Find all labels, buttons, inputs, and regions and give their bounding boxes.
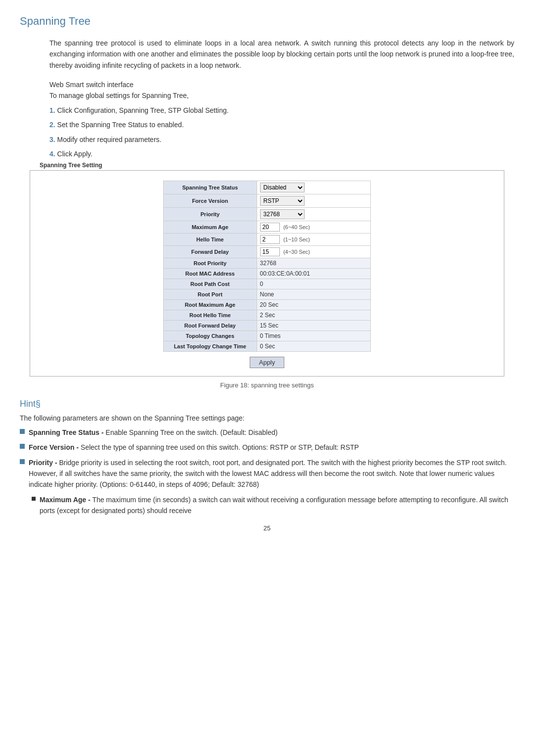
intro-paragraph: The spanning tree protocol is used to el… — [49, 38, 514, 71]
hint-text-1: Spanning Tree Status - Enable Spanning T… — [29, 427, 277, 438]
table-row: Root Hello Time 2 Sec — [164, 310, 371, 320]
table-row: Root Maximum Age 20 Sec — [164, 299, 371, 310]
field-label-root-path-cost: Root Path Cost — [164, 279, 257, 289]
force-version-select[interactable]: RSTP STP — [260, 196, 305, 206]
max-age-input[interactable] — [260, 223, 280, 232]
hint-bullet-2 — [20, 444, 25, 449]
field-label-forward-delay: Forward Delay — [164, 245, 257, 258]
spanning-tree-setting-box: Spanning Tree Setting Spanning Tree Stat… — [30, 170, 504, 377]
priority-select[interactable]: 32768 4096 8192 — [260, 209, 305, 219]
forward-delay-range-hint: (4~30 Sec) — [283, 249, 310, 255]
hint-text-2: Force Version - Select the type of spann… — [29, 442, 359, 453]
field-label-root-forward-delay: Root Forward Delay — [164, 320, 257, 331]
hint-detail-2: Select the type of spanning tree used on… — [79, 443, 359, 451]
hint-item-1: Spanning Tree Status - Enable Spanning T… — [20, 427, 514, 438]
field-label-root-max-age: Root Maximum Age — [164, 299, 257, 310]
hint-text-3: Priority - Bridge priority is used in se… — [29, 457, 514, 490]
field-value-root-forward-delay: 15 Sec — [257, 320, 370, 331]
field-label-force-version: Force Version — [164, 194, 257, 207]
hint-bullet-1 — [20, 429, 25, 434]
hint-bold-3: Priority - — [29, 459, 57, 467]
field-label-max-age: Maximum Age — [164, 221, 257, 233]
step-1: 1. Click Configuration, Spanning Tree, S… — [49, 104, 514, 117]
page-number: 25 — [20, 524, 514, 532]
table-row: Root MAC Address 00:03:CE:0A:00:01 — [164, 268, 371, 279]
field-value-root-hello-time: 2 Sec — [257, 310, 370, 320]
apply-button[interactable]: Apply — [250, 357, 285, 368]
hint-bullet-sm — [32, 497, 36, 501]
spanning-tree-status-select[interactable]: Disabled Enabled — [260, 183, 305, 192]
hint-bullet-3 — [20, 459, 25, 464]
field-value-root-mac: 00:03:CE:0A:00:01 — [257, 268, 370, 279]
stp-settings-table: Spanning Tree Status Disabled Enabled Fo… — [163, 181, 371, 352]
hint-title: Hint§ — [20, 399, 514, 409]
step-1-num: 1. — [49, 106, 55, 114]
web-smart-label: Web Smart switch interface — [49, 81, 514, 89]
table-row: Root Port None — [164, 289, 371, 299]
hint-sub-detail: The maximum time (in seconds) a switch c… — [40, 496, 508, 515]
step-4-text: Click Apply. — [57, 150, 92, 158]
field-label-root-mac: Root MAC Address — [164, 268, 257, 279]
step-2-num: 2. — [49, 121, 55, 129]
step-3: 3. Modify other required parameters. — [49, 134, 514, 146]
field-value-spanning-tree-status[interactable]: Disabled Enabled — [257, 181, 370, 194]
table-row: Priority 32768 4096 8192 — [164, 207, 371, 221]
step-4-num: 4. — [49, 150, 55, 158]
table-row: Forward Delay (4~30 Sec) — [164, 245, 371, 258]
field-value-root-path-cost: 0 — [257, 279, 370, 289]
manage-label: To manage global settings for Spanning T… — [49, 92, 514, 99]
field-label-spanning-tree-status: Spanning Tree Status — [164, 181, 257, 194]
table-row: Root Forward Delay 15 Sec — [164, 320, 371, 331]
field-value-forward-delay[interactable]: (4~30 Sec) — [257, 245, 370, 258]
hint-item-2: Force Version - Select the type of spann… — [20, 442, 514, 453]
field-label-hello-time: Hello Time — [164, 233, 257, 245]
table-row: Topology Changes 0 Times — [164, 331, 371, 341]
field-label-root-port: Root Port — [164, 289, 257, 299]
field-value-last-topology-change-time: 0 Sec — [257, 341, 370, 351]
table-row: Spanning Tree Status Disabled Enabled — [164, 181, 371, 194]
field-value-root-priority: 32768 — [257, 258, 370, 268]
max-age-range-hint: (6~40 Sec) — [283, 224, 310, 230]
hint-item-sub: Maximum Age - The maximum time (in secon… — [32, 494, 514, 517]
hello-time-range-hint: (1~10 Sec) — [283, 236, 310, 242]
field-value-priority[interactable]: 32768 4096 8192 — [257, 207, 370, 221]
hint-intro: The following parameters are shown on th… — [20, 414, 514, 422]
step-2: 2. Set the Spanning Tree Status to enabl… — [49, 119, 514, 131]
table-row: Root Path Cost 0 — [164, 279, 371, 289]
field-label-last-topology-change-time: Last Topology Change Time — [164, 341, 257, 351]
steps-list: 1. Click Configuration, Spanning Tree, S… — [49, 104, 514, 160]
hint-sub-text: Maximum Age - The maximum time (in secon… — [40, 494, 514, 517]
table-row: Force Version RSTP STP — [164, 194, 371, 207]
hint-bold-1: Spanning Tree Status - — [29, 428, 104, 436]
forward-delay-input[interactable] — [260, 247, 280, 256]
step-2-text: Set the Spanning Tree Status to enabled. — [57, 121, 184, 129]
apply-row: Apply — [35, 352, 499, 371]
step-3-num: 3. — [49, 136, 55, 143]
field-value-max-age[interactable]: (6~40 Sec) — [257, 221, 370, 233]
figure-caption: Figure 18: spanning tree settings — [20, 381, 514, 389]
field-value-root-max-age: 20 Sec — [257, 299, 370, 310]
step-1-text: Click Configuration, Spanning Tree, STP … — [57, 106, 229, 114]
field-label-root-priority: Root Priority — [164, 258, 257, 268]
hint-detail-1: Enable Spanning Tree on the switch. (Def… — [104, 428, 278, 436]
page-title: Spanning Tree — [20, 15, 514, 28]
hello-time-input[interactable] — [260, 235, 280, 244]
field-label-priority: Priority — [164, 207, 257, 221]
table-row: Hello Time (1~10 Sec) — [164, 233, 371, 245]
table-row: Maximum Age (6~40 Sec) — [164, 221, 371, 233]
field-value-root-port: None — [257, 289, 370, 299]
table-row: Last Topology Change Time 0 Sec — [164, 341, 371, 351]
step-4: 4. Click Apply. — [49, 148, 514, 160]
field-value-topology-changes: 0 Times — [257, 331, 370, 341]
hint-sub-bold: Maximum Age - — [40, 496, 90, 504]
step-3-text: Modify other required parameters. — [57, 136, 162, 143]
hint-bold-2: Force Version - — [29, 443, 79, 451]
field-value-force-version[interactable]: RSTP STP — [257, 194, 370, 207]
field-label-topology-changes: Topology Changes — [164, 331, 257, 341]
hint-item-3: Priority - Bridge priority is used in se… — [20, 457, 514, 490]
hint-detail-3: Bridge priority is used in selecting the… — [29, 459, 507, 489]
table-row: Root Priority 32768 — [164, 258, 371, 268]
setting-box-title: Spanning Tree Setting — [38, 162, 104, 169]
field-label-root-hello-time: Root Hello Time — [164, 310, 257, 320]
field-value-hello-time[interactable]: (1~10 Sec) — [257, 233, 370, 245]
